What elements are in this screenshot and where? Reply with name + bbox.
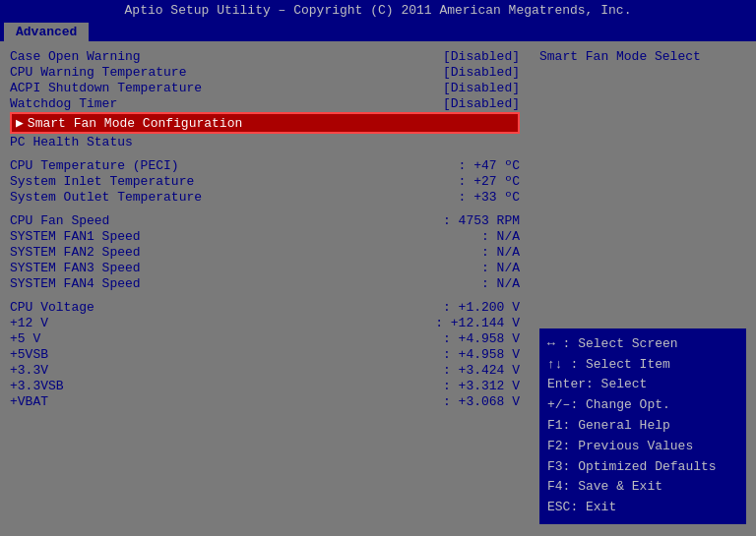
fan-value: : N/A — [481, 261, 520, 275]
menu-item[interactable]: CPU Warning Temperature[Disabled] — [10, 65, 520, 80]
fan-value: : N/A — [481, 229, 520, 244]
voltage-label: +3.3V — [10, 363, 48, 378]
voltage-value: : +1.200 V — [443, 300, 520, 315]
fan-label: SYSTEM FAN4 Speed — [10, 276, 141, 291]
voltage-label: +VBAT — [10, 394, 48, 409]
right-info-top: Smart Fan Mode Select — [539, 49, 746, 323]
temp-item: CPU Temperature (PECI): +47 ºC — [10, 158, 520, 173]
temp-label: System Inlet Temperature — [10, 174, 194, 189]
voltage-label: +3.3VSB — [10, 379, 64, 393]
fan-item: SYSTEM FAN3 Speed: N/A — [10, 261, 520, 275]
voltage-label: CPU Voltage — [10, 300, 94, 315]
temp-value: : +27 ºC — [459, 174, 520, 189]
fan-item: SYSTEM FAN2 Speed: N/A — [10, 245, 520, 260]
key-item: F4: Save & Exit — [547, 477, 738, 498]
key-item: Enter: Select — [547, 375, 738, 395]
fan-item: SYSTEM FAN1 Speed: N/A — [10, 229, 520, 244]
title-text: Aptio Setup Utility – Copyright (C) 2011… — [125, 3, 632, 18]
temp-value: : +33 ºC — [459, 190, 520, 205]
top-menu: Case Open Warning[Disabled]CPU Warning T… — [10, 49, 520, 111]
menu-item[interactable]: Case Open Warning[Disabled] — [10, 49, 520, 64]
fan-item: SYSTEM FAN4 Speed: N/A — [10, 276, 520, 291]
key-item: F3: Optimized Defaults — [547, 457, 738, 478]
key-item: ↑↓ : Select Item — [547, 355, 738, 376]
voltage-item: +3.3V: +3.424 V — [10, 363, 520, 378]
highlighted-label: Smart Fan Mode Configuration — [28, 116, 242, 131]
voltage-item: +3.3VSB: +3.312 V — [10, 379, 520, 393]
keys-box: ↔ : Select Screen↑↓ : Select ItemEnter: … — [539, 328, 746, 524]
pc-health-header: PC Health Status — [10, 135, 520, 149]
voltage-item: +5VSB: +4.958 V — [10, 347, 520, 362]
voltage-item: CPU Voltage: +1.200 V — [10, 300, 520, 315]
voltage-value: : +4.958 V — [443, 347, 520, 362]
tab-bar: Advanced — [0, 21, 756, 41]
menu-item-value: [Disabled] — [443, 49, 520, 64]
voltage-items: CPU Voltage: +1.200 V+12 V: +12.144 V+5 … — [10, 300, 520, 409]
menu-item-value: [Disabled] — [443, 65, 520, 80]
menu-item-label: CPU Warning Temperature — [10, 65, 186, 80]
temp-items: CPU Temperature (PECI): +47 ºCSystem Inl… — [10, 158, 520, 205]
fan-value: : 4753 RPM — [443, 213, 520, 228]
fan-label: SYSTEM FAN3 Speed — [10, 261, 141, 275]
key-item: F2: Previous Values — [547, 437, 738, 457]
key-item: F1: General Help — [547, 416, 738, 437]
voltage-item: +5 V: +4.958 V — [10, 331, 520, 346]
highlighted-item[interactable]: ▶ Smart Fan Mode Configuration — [10, 112, 520, 134]
key-item: ↔ : Select Screen — [547, 334, 738, 355]
voltage-label: +12 V — [10, 316, 48, 330]
fan-item: CPU Fan Speed: 4753 RPM — [10, 213, 520, 228]
menu-item[interactable]: Watchdog Timer[Disabled] — [10, 96, 520, 111]
voltage-item: +VBAT: +3.068 V — [10, 394, 520, 409]
temp-item: System Outlet Temperature: +33 ºC — [10, 190, 520, 205]
fan-label: CPU Fan Speed — [10, 213, 109, 228]
menu-item-label: Watchdog Timer — [10, 96, 117, 111]
menu-item-value: [Disabled] — [443, 81, 520, 95]
key-item: +/–: Change Opt. — [547, 395, 738, 416]
fan-label: SYSTEM FAN1 Speed — [10, 229, 141, 244]
voltage-value: : +4.958 V — [443, 331, 520, 346]
advanced-tab[interactable]: Advanced — [4, 23, 89, 41]
temp-label: CPU Temperature (PECI) — [10, 158, 179, 173]
fan-items: CPU Fan Speed: 4753 RPMSYSTEM FAN1 Speed… — [10, 213, 520, 291]
voltage-label: +5VSB — [10, 347, 48, 362]
fan-value: : N/A — [481, 245, 520, 260]
left-panel: Case Open Warning[Disabled]CPU Warning T… — [0, 41, 530, 532]
title-bar: Aptio Setup Utility – Copyright (C) 2011… — [0, 0, 756, 21]
voltage-item: +12 V: +12.144 V — [10, 316, 520, 330]
voltage-value: : +3.312 V — [443, 379, 520, 393]
menu-item-value: [Disabled] — [443, 96, 520, 111]
voltage-label: +5 V — [10, 331, 40, 346]
menu-item-label: ACPI Shutdown Temperature — [10, 81, 202, 95]
voltage-value: : +3.068 V — [443, 394, 520, 409]
temp-label: System Outlet Temperature — [10, 190, 202, 205]
voltage-value: : +3.424 V — [443, 363, 520, 378]
menu-item-label: Case Open Warning — [10, 49, 141, 64]
fan-label: SYSTEM FAN2 Speed — [10, 245, 141, 260]
key-item: ESC: Exit — [547, 498, 738, 518]
arrow-icon: ▶ — [16, 115, 24, 131]
temp-item: System Inlet Temperature: +27 ºC — [10, 174, 520, 189]
temp-value: : +47 ºC — [459, 158, 520, 173]
menu-item[interactable]: ACPI Shutdown Temperature[Disabled] — [10, 81, 520, 95]
voltage-value: : +12.144 V — [435, 316, 520, 330]
fan-value: : N/A — [481, 276, 520, 291]
right-panel: Smart Fan Mode Select ↔ : Select Screen↑… — [530, 41, 756, 532]
right-title: Smart Fan Mode Select — [539, 49, 746, 64]
